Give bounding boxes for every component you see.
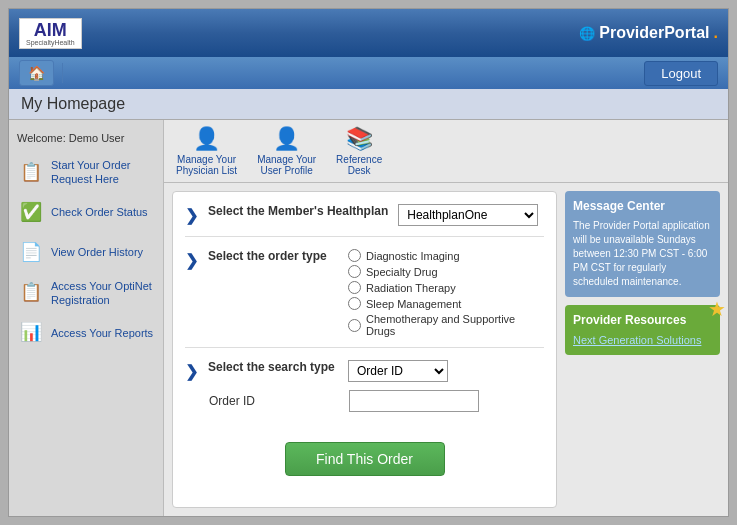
opti-net-icon: 📋 [17, 279, 45, 307]
find-order-button[interactable]: Find This Order [285, 442, 445, 476]
star-icon: ★ [708, 297, 726, 321]
right-panel: Message Center The Provider Portal appli… [565, 191, 720, 508]
portal-label: ProviderPortal [599, 24, 709, 42]
logo-text: AIM [34, 21, 67, 39]
top-nav-label: ReferenceDesk [336, 154, 382, 176]
sidebar-item-label: View Order History [51, 245, 143, 259]
next-generation-link[interactable]: Next Generation Solutions [573, 334, 701, 346]
healthplan-section: ❯ Select the Member's Healthplan Healthp… [185, 204, 544, 237]
sidebar-item-check-order[interactable]: ✅ Check Order Status [9, 193, 163, 233]
radio-label: Radiation Therapy [366, 282, 456, 294]
healthplan-label: Select the Member's Healthplan [208, 204, 388, 218]
sidebar-item-label: Start Your Order Request Here [51, 158, 155, 187]
order-type-section: ❯ Select the order type Diagnostic Imagi… [185, 249, 544, 348]
message-center-text: The Provider Portal application will be … [573, 219, 712, 289]
healthplan-row: ❯ Select the Member's Healthplan Healthp… [185, 204, 544, 226]
top-nav-label: Manage YourPhysician List [176, 154, 237, 176]
message-center-title: Message Center [573, 199, 712, 213]
order-id-label: Order ID [209, 394, 339, 408]
radio-label: Chemotherapy and Supportive Drugs [366, 313, 544, 337]
order-type-content: Diagnostic Imaging Specialty Drug [348, 249, 544, 337]
manage-profile-icon: 👤 [273, 126, 300, 152]
start-order-icon: 📋 [17, 158, 45, 186]
sidebar-item-label: Access Your Reports [51, 326, 153, 340]
search-type-label: Select the search type [208, 360, 338, 374]
logo-sub: SpecialtyHealth [26, 39, 75, 46]
radio-label: Sleep Management [366, 298, 461, 310]
content-wrap: 👤 Manage YourPhysician List 👤 Manage You… [164, 120, 728, 516]
reports-icon: 📊 [17, 319, 45, 347]
main-content: Welcome: Demo User 📋 Start Your Order Re… [9, 120, 728, 516]
radio-specialty[interactable]: Specialty Drug [348, 265, 544, 278]
radio-diagnostic[interactable]: Diagnostic Imaging [348, 249, 544, 262]
top-nav: 👤 Manage YourPhysician List 👤 Manage You… [164, 120, 728, 183]
header: AIM SpecialtyHealth 🌐 ProviderPortal. [9, 9, 728, 57]
view-history-icon: 📄 [17, 239, 45, 267]
provider-resources-title: Provider Resources [573, 313, 712, 327]
radio-chemo-input[interactable] [348, 319, 361, 332]
radio-sleep-input[interactable] [348, 297, 361, 310]
reference-desk-icon: 📚 [346, 126, 373, 152]
page-title-bar: My Homepage [9, 89, 728, 120]
sidebar-item-label: Check Order Status [51, 205, 148, 219]
nav-divider [62, 63, 63, 83]
logout-button[interactable]: Logout [644, 61, 718, 86]
order-id-row: Order ID [209, 390, 544, 412]
radio-sleep[interactable]: Sleep Management [348, 297, 544, 310]
search-type-content: Order ID Member ID [348, 360, 544, 382]
order-type-label: Select the order type [208, 249, 338, 263]
radio-chemo[interactable]: Chemotherapy and Supportive Drugs [348, 313, 544, 337]
manage-physician-icon: 👤 [193, 126, 220, 152]
message-center: Message Center The Provider Portal appli… [565, 191, 720, 297]
top-nav-label: Manage YourUser Profile [257, 154, 316, 176]
search-type-select[interactable]: Order ID Member ID [348, 360, 448, 382]
provider-resources: ★ Provider Resources Next Generation Sol… [565, 305, 720, 355]
order-type-arrow: ❯ [185, 251, 198, 270]
sidebar-item-view-history[interactable]: 📄 View Order History [9, 233, 163, 273]
search-type-section: ❯ Select the search type Order ID Member… [185, 360, 544, 422]
radio-label: Specialty Drug [366, 266, 438, 278]
sidebar-item-start-order[interactable]: 📋 Start Your Order Request Here [9, 152, 163, 193]
search-type-row: ❯ Select the search type Order ID Member… [185, 360, 544, 382]
portal-dot: . [714, 24, 718, 42]
provider-portal-logo: 🌐 ProviderPortal. [579, 24, 718, 42]
order-id-input[interactable] [349, 390, 479, 412]
search-type-arrow: ❯ [185, 362, 198, 381]
radio-group: Diagnostic Imaging Specialty Drug [348, 249, 544, 337]
welcome-text: Welcome: Demo User [9, 128, 163, 152]
nav-bar: 🏠 Logout [9, 57, 728, 89]
home-button[interactable]: 🏠 [19, 60, 54, 86]
check-order-icon: ✅ [17, 199, 45, 227]
form-panel: ❯ Select the Member's Healthplan Healthp… [172, 191, 557, 508]
radio-label: Diagnostic Imaging [366, 250, 460, 262]
logo-area: AIM SpecialtyHealth [19, 18, 82, 49]
top-nav-manage-physician[interactable]: 👤 Manage YourPhysician List [176, 126, 237, 176]
aim-logo: AIM SpecialtyHealth [19, 18, 82, 49]
page-title: My Homepage [21, 95, 716, 113]
sidebar-item-label: Access Your OptiNet Registration [51, 279, 155, 308]
top-nav-reference-desk[interactable]: 📚 ReferenceDesk [336, 126, 382, 176]
top-nav-manage-profile[interactable]: 👤 Manage YourUser Profile [257, 126, 316, 176]
radio-radiation-input[interactable] [348, 281, 361, 294]
content-main: ❯ Select the Member's Healthplan Healthp… [164, 183, 728, 516]
sidebar-item-opti-net[interactable]: 📋 Access Your OptiNet Registration [9, 273, 163, 314]
radio-diagnostic-input[interactable] [348, 249, 361, 262]
sidebar: Welcome: Demo User 📋 Start Your Order Re… [9, 120, 164, 516]
healthplan-select[interactable]: HealthplanOne HealthplanTwo [398, 204, 538, 226]
healthplan-content: HealthplanOne HealthplanTwo [398, 204, 544, 226]
healthplan-arrow: ❯ [185, 206, 198, 225]
sidebar-item-reports[interactable]: 📊 Access Your Reports [9, 313, 163, 353]
radio-radiation[interactable]: Radiation Therapy [348, 281, 544, 294]
order-type-row: ❯ Select the order type Diagnostic Imagi… [185, 249, 544, 337]
radio-specialty-input[interactable] [348, 265, 361, 278]
